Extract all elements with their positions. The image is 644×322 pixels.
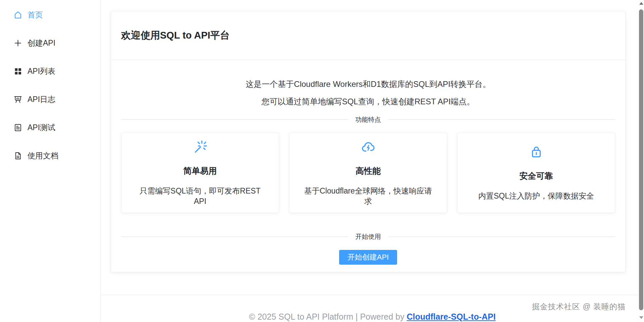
sidebar-item-label: 使用文档 — [28, 151, 58, 161]
scrollbar-down-arrow-icon[interactable] — [639, 316, 643, 319]
create-api-button[interactable]: 开始创建API — [339, 250, 397, 265]
file-icon — [13, 151, 22, 160]
watermark-text: 掘金技术社区 @ 装睡的猫 — [532, 302, 626, 312]
page-title: 欢迎使用SQL to API平台 — [121, 29, 230, 42]
sidebar-item-label: 创建API — [28, 38, 55, 48]
welcome-card: 欢迎使用SQL to API平台 这是一个基于Cloudflare Worker… — [111, 11, 626, 272]
sidebar-item-create-api[interactable]: 创建API — [0, 29, 100, 57]
feature-card-easy: 简单易用 只需编写SQL语句，即可发布REST API — [121, 132, 279, 213]
document-lines-icon — [13, 123, 22, 132]
features-divider-label: 功能特点 — [348, 115, 388, 124]
sidebar-item-docs[interactable]: 使用文档 — [0, 142, 100, 170]
start-divider-label: 开始使用 — [348, 232, 388, 241]
sidebar-item-api-list[interactable]: API列表 — [0, 57, 100, 85]
feature-description: 只需编写SQL语句，即可发布REST API — [136, 186, 264, 207]
sidebar-item-home[interactable]: 首页 — [0, 1, 100, 29]
feature-title: 高性能 — [356, 165, 381, 176]
start-button-row: 开始创建API — [121, 250, 615, 265]
welcome-card-body: 这是一个基于Cloudflare Workers和D1数据库的SQL到API转换… — [111, 60, 625, 265]
copyright-text: © 2025 SQL to API Platform | Powered by — [249, 312, 404, 321]
feature-title: 安全可靠 — [520, 170, 553, 181]
start-divider: 开始使用 — [121, 236, 615, 237]
footer-divider — [101, 295, 644, 295]
sidebar: 首页 创建API API列表 — [0, 0, 101, 322]
intro-text: 这是一个基于Cloudflare Workers和D1数据库的SQL到API转换… — [121, 79, 615, 107]
sidebar-item-api-test[interactable]: API测试 — [0, 113, 100, 142]
sidebar-item-label: API日志 — [28, 94, 55, 105]
footer: © 2025 SQL to API Platform | Powered by … — [101, 312, 644, 322]
lock-icon — [529, 144, 544, 160]
features-divider: 功能特点 — [121, 119, 615, 120]
sidebar-item-api-logs[interactable]: API日志 — [0, 85, 100, 113]
intro-line-1: 这是一个基于Cloudflare Workers和D1数据库的SQL到API转换… — [121, 79, 615, 90]
home-icon — [13, 10, 22, 19]
vertical-scrollbar[interactable] — [638, 0, 644, 322]
magic-stick-icon — [193, 139, 208, 155]
sidebar-item-label: API测试 — [28, 122, 55, 133]
sidebar-item-label: 首页 — [28, 10, 43, 20]
plus-icon — [13, 39, 22, 48]
cloudflare-sql-to-api-link[interactable]: Cloudflare-SQL-to-API — [407, 312, 495, 321]
feature-description: 内置SQL注入防护，保障数据安全 — [478, 191, 594, 201]
feature-title: 简单易用 — [183, 165, 217, 176]
cloud-lightning-icon — [361, 139, 376, 155]
intro-line-2: 您可以通过简单地编写SQL查询，快速创建REST API端点。 — [121, 96, 615, 107]
scrollbar-thumb[interactable] — [639, 9, 643, 310]
feature-card-performance: 高性能 基于Cloudflare全球网络，快速响应请求 — [289, 132, 447, 213]
feature-card-security: 安全可靠 内置SQL注入防护，保障数据安全 — [457, 132, 615, 213]
sidebar-item-label: API列表 — [28, 66, 55, 76]
feature-cards-row: 简单易用 只需编写SQL语句，即可发布REST API 高性能 基于Cloudf… — [121, 132, 615, 213]
welcome-card-header: 欢迎使用SQL to API平台 — [111, 11, 625, 60]
grid-icon — [13, 67, 22, 76]
data-board-icon — [13, 95, 22, 104]
scrollbar-up-arrow-icon[interactable] — [639, 2, 643, 5]
feature-description: 基于Cloudflare全球网络，快速响应请求 — [304, 186, 432, 207]
